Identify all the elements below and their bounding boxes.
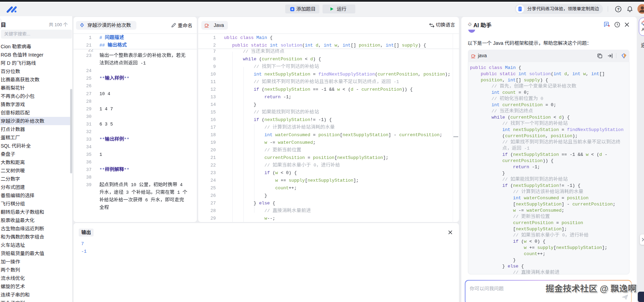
svg-text:?: ? (617, 7, 619, 11)
